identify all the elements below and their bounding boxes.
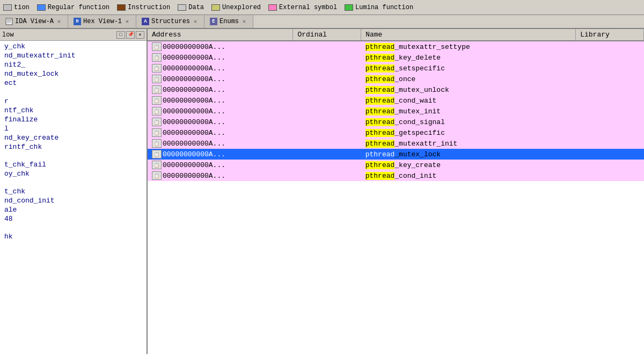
left-item-hk[interactable]: hk — [0, 232, 147, 241]
table-row[interactable]: 📋 00000000000A... pthread_key_delete — [148, 52, 644, 63]
cell-name: pthread_key_delete — [361, 52, 576, 63]
cell-name: pthread_cond_init — [361, 170, 576, 181]
cell-address: 📋 00000000000A... — [148, 117, 293, 127]
cell-ordinal — [293, 74, 361, 84]
left-panel-minimize-btn[interactable]: □ — [116, 31, 125, 39]
left-item-rintf-chk[interactable]: rintf_chk — [0, 142, 147, 151]
tab-ida-view-a[interactable]: IDA View-A ✕ — [0, 15, 68, 28]
col-header-address: Address — [148, 29, 293, 41]
col-header-name: Name — [361, 29, 576, 41]
structures-close[interactable]: ✕ — [192, 18, 199, 25]
table-row[interactable]: 📋 00000000000A... pthread_cond_signal — [148, 117, 644, 127]
table-row[interactable]: 📋 00000000000A... pthread_key_create — [148, 160, 644, 170]
cell-name: pthread_mutex_unlock — [361, 84, 576, 95]
ida-view-a-label: IDA View-A — [15, 18, 54, 25]
cell-library — [576, 127, 644, 138]
cell-library — [576, 63, 644, 74]
left-item-l[interactable]: l — [0, 124, 147, 133]
left-item-48[interactable]: 48 — [0, 214, 147, 223]
table-row[interactable]: 📋 00000000000A... pthread_mutexattr_init — [148, 138, 644, 149]
left-item-nd-mutex-lock[interactable]: nd_mutex_lock — [0, 69, 147, 78]
row-icon: 📋 — [152, 107, 162, 115]
cell-library — [576, 170, 644, 181]
func-name: pthread_setspecific — [365, 64, 445, 73]
tab-enums[interactable]: E Enums ✕ — [204, 15, 253, 28]
row-icon: 📋 — [152, 118, 162, 126]
cell-library — [576, 117, 644, 127]
left-item-empty1[interactable] — [0, 88, 147, 97]
cell-name: pthread_mutexattr_settype — [361, 41, 576, 52]
regular-function-label: Regular function — [48, 4, 109, 11]
table-row[interactable]: 📋 00000000000A... pthread_getspecific — [148, 127, 644, 138]
left-panel: low □ 📌 ✕ y_chk nd_mutexattr_init nit2_ … — [0, 29, 148, 354]
left-item-t-chk-fail[interactable]: t_chk_fail — [0, 160, 147, 169]
cell-name: pthread_key_create — [361, 160, 576, 170]
row-icon: 📋 — [152, 96, 162, 105]
cell-library — [576, 84, 644, 95]
left-item-y-chk[interactable]: y_chk — [0, 42, 147, 51]
table-row[interactable]: 📋 00000000000A... pthread_once — [148, 74, 644, 84]
enums-close[interactable]: ✕ — [241, 18, 247, 25]
row-icon: 📋 — [152, 42, 162, 51]
func-name: pthread_once — [365, 75, 416, 83]
func-name: pthread_key_create — [365, 161, 441, 169]
left-item-ntf-chk[interactable]: ntf_chk — [0, 106, 147, 115]
func-name: pthread_cond_wait — [365, 97, 437, 105]
left-panel-pin-btn[interactable]: 📌 — [126, 31, 135, 39]
table-row[interactable]: 📋 00000000000A... pthread_cond_init — [148, 170, 644, 181]
cell-address: 📋 00000000000A... — [148, 95, 293, 106]
ida-view-a-close[interactable]: ✕ — [56, 18, 62, 25]
cell-ordinal — [293, 127, 361, 138]
table-row[interactable]: 📋 00000000000A... pthread_mutex_unlock — [148, 84, 644, 95]
left-item-nit2[interactable]: nit2_ — [0, 60, 147, 69]
left-item-nd-key-create[interactable]: nd_key_create — [0, 133, 147, 142]
cell-name: pthread_setspecific — [361, 63, 576, 74]
cell-address: 📋 00000000000A... — [148, 74, 293, 84]
hex-view-1-close[interactable]: ✕ — [124, 18, 130, 25]
table-row[interactable]: 📋 00000000000A... pthread_mutexattr_sett… — [148, 41, 644, 52]
left-panel-close-btn[interactable]: ✕ — [136, 31, 144, 39]
cell-address: 📋 00000000000A... — [148, 52, 293, 63]
cell-library — [576, 138, 644, 149]
tab-hex-view-1[interactable]: H Hex View-1 ✕ — [68, 15, 136, 28]
cell-ordinal — [293, 63, 361, 74]
left-item-r[interactable]: r — [0, 97, 147, 106]
hex-view-1-label: Hex View-1 — [83, 18, 122, 25]
cell-address: 📋 00000000000A... — [148, 138, 293, 149]
left-item-ale[interactable]: ale — [0, 205, 147, 214]
left-item-finalize[interactable]: finalize — [0, 115, 147, 124]
table-row[interactable]: 📋 00000000000A... pthread_mutex_init — [148, 106, 644, 117]
left-panel-titlebar: low □ 📌 ✕ — [0, 29, 147, 41]
table-row[interactable]: 📋 00000000000A... pthread_mutex_lock — [148, 149, 644, 160]
structures-label: Structures — [151, 18, 190, 25]
lumina-function-swatch — [345, 4, 353, 11]
func-name: pthread_mutex_init — [365, 107, 441, 115]
lumina-function-legend-item: Lumina function — [345, 4, 413, 11]
left-panel-title-buttons: □ 📌 ✕ — [116, 31, 144, 39]
cell-ordinal — [293, 95, 361, 106]
right-panel: Address Ordinal Name Library 📋 000000000… — [148, 29, 644, 354]
hex-view-icon: H — [74, 18, 81, 25]
left-item-t-chk[interactable]: t_chk — [0, 187, 147, 196]
func-name: pthread_mutexattr_init — [365, 140, 458, 148]
cell-ordinal — [293, 170, 361, 181]
data-swatch — [178, 4, 186, 11]
row-icon: 📋 — [152, 53, 162, 62]
cell-name: pthread_once — [361, 74, 576, 84]
cell-name: pthread_cond_wait — [361, 95, 576, 106]
table-row[interactable]: 📋 00000000000A... pthread_cond_wait — [148, 95, 644, 106]
func-name: pthread_getspecific — [365, 129, 445, 137]
left-item-nd-cond-init[interactable]: nd_cond_init — [0, 196, 147, 205]
cell-library — [576, 149, 644, 160]
left-item-ect[interactable]: ect — [0, 78, 147, 88]
col-header-ordinal: Ordinal — [293, 29, 361, 41]
table-row[interactable]: 📋 00000000000A... pthread_setspecific — [148, 63, 644, 74]
svg-rect-2 — [7, 21, 11, 21]
unexplored-label: Unexplored — [222, 4, 261, 11]
cell-ordinal — [293, 41, 361, 52]
func-name: pthread_key_delete — [365, 54, 441, 62]
left-item-oy-chk[interactable]: oy_chk — [0, 169, 147, 178]
imports-table: Address Ordinal Name Library 📋 000000000… — [148, 29, 644, 354]
left-item-nd-mutexattr-init[interactable]: nd_mutexattr_init — [0, 51, 147, 60]
tab-structures[interactable]: A Structures ✕ — [136, 15, 204, 28]
